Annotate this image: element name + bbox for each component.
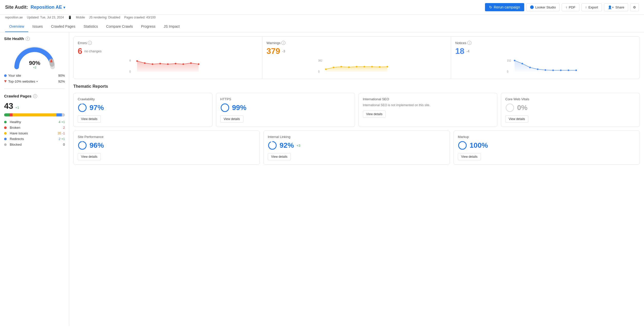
settings-button[interactable]: ⚙ (630, 3, 639, 11)
export-icon: ↑ (585, 5, 587, 9)
crawled-count-row: 43 +1 (4, 101, 65, 111)
pages-progress-bar (4, 113, 65, 116)
chevron-icon[interactable]: ▾ (63, 5, 65, 9)
broken-value: 2 (63, 126, 65, 130)
svg-point-8 (152, 63, 153, 65)
header-left: Site Audit: Reposition AE ▾ (5, 5, 65, 10)
intl-seo-name: International SEO (363, 97, 493, 101)
site-performance-view-btn[interactable]: View details (78, 153, 101, 160)
header-meta: reposition.ae Updated: Tue, Jul 23, 2024… (0, 15, 644, 21)
main-nav: Overview Issues Crawled Pages Statistics… (0, 21, 644, 32)
svg-point-32 (529, 67, 531, 68)
main-content: Errors i 6 no changes 8 0 (69, 32, 644, 326)
errors-change: no changes (84, 49, 102, 53)
notices-info-icon[interactable]: i (467, 41, 471, 45)
domain: reposition.ae (5, 16, 23, 19)
issues-value: 35 -1 (57, 131, 65, 135)
share-button[interactable]: 👤+ Share (604, 3, 628, 11)
svg-text:90%: 90% (29, 60, 40, 66)
header-actions: ↻ Rerun campaign Looker Studio ↑ PDF ↑ E… (485, 3, 639, 11)
warnings-chart: 382 0 (266, 58, 447, 74)
broken-row: Broken 2 (4, 126, 65, 130)
https-circle (220, 103, 230, 112)
svg-point-11 (175, 63, 176, 64)
cwv-circle (505, 103, 514, 112)
notices-change: -4 (467, 49, 470, 53)
svg-point-40 (78, 104, 86, 112)
redirects-dot (4, 138, 7, 140)
svg-point-47 (269, 142, 276, 149)
crawled-count: 43 (4, 101, 13, 111)
healthy-row: Healthy 4 +1 (4, 120, 65, 124)
notices-chart: 152 0 (455, 58, 636, 74)
internal-linking-view-btn[interactable]: View details (268, 153, 291, 160)
top10-chevron[interactable]: ▾ (36, 80, 38, 83)
markup-name: Markup (458, 135, 636, 139)
svg-point-43 (506, 104, 514, 112)
svg-point-12 (183, 63, 184, 65)
crawlability-percent: 97% (90, 104, 104, 112)
export-button[interactable]: ↑ Export (581, 3, 602, 11)
site-health-info-icon[interactable]: i (26, 37, 30, 41)
health-legend: Your site 90% Top-10% websites ▾ 92% (4, 74, 65, 83)
issues-row: Have issues 35 -1 (4, 131, 65, 135)
https-view-btn[interactable]: View details (220, 115, 243, 123)
site-performance-card: Site Performance 96% View details (73, 131, 260, 165)
svg-point-35 (552, 70, 554, 71)
notices-value: 18 (455, 46, 464, 56)
crawled-pages-section: Crawled Pages i 43 +1 Healthy (4, 88, 65, 146)
looker-studio-button[interactable]: Looker Studio (526, 3, 560, 11)
svg-point-7 (144, 62, 146, 64)
errors-card: Errors i 6 no changes 8 0 (74, 37, 262, 79)
svg-point-19 (333, 67, 334, 68)
warnings-change: -3 (282, 49, 285, 53)
intl-seo-view-btn[interactable]: View details (363, 111, 386, 118)
device-label: Mobile (76, 16, 85, 19)
gear-icon: ⚙ (633, 5, 636, 9)
nav-issues[interactable]: Issues (28, 21, 47, 32)
svg-point-38 (576, 70, 577, 71)
svg-point-14 (198, 63, 200, 65)
site-name-link[interactable]: Reposition AE (31, 5, 62, 10)
nav-overview[interactable]: Overview (5, 21, 28, 32)
thematic-row2: Site Performance 96% View details Intern… (73, 131, 640, 165)
crawlability-view-btn[interactable]: View details (78, 115, 101, 123)
svg-text:+2: +2 (33, 66, 36, 69)
crawled-pages-title: Crawled Pages i (4, 94, 65, 98)
markup-value-row: 100% (458, 141, 636, 150)
cwv-view-btn[interactable]: View details (505, 115, 528, 123)
crawled-change: +1 (15, 106, 19, 110)
svg-point-22 (356, 66, 358, 67)
internal-linking-percent: 92% (280, 141, 294, 150)
pdf-button[interactable]: ↑ PDF (562, 3, 579, 11)
pb-redirects (56, 113, 62, 116)
warnings-label: Warnings i (266, 41, 447, 45)
errors-chart: 8 0 (78, 58, 258, 74)
nav-progress[interactable]: Progress (137, 21, 160, 32)
markup-view-btn[interactable]: View details (458, 153, 481, 160)
https-value-row: 99% (220, 103, 351, 112)
js-rendering: JS rendering: Disabled (89, 16, 120, 19)
warnings-card: Warnings i 379 -3 382 0 (262, 37, 451, 79)
rerun-button[interactable]: ↻ Rerun campaign (485, 3, 524, 11)
warnings-info-icon[interactable]: i (281, 41, 285, 45)
thematic-row1: Crawlability 97% View details HTTPS (73, 93, 640, 127)
svg-point-33 (537, 68, 539, 70)
errors-info-icon[interactable]: i (88, 41, 92, 45)
crawlability-circle (78, 103, 87, 112)
site-performance-circle (78, 141, 87, 150)
nav-js-impact[interactable]: JS Impact (160, 21, 184, 32)
your-site-value: 90% (58, 74, 65, 77)
crawled-pages-info-icon[interactable]: i (33, 94, 37, 98)
nav-crawled-pages[interactable]: Crawled Pages (47, 21, 80, 32)
internal-linking-value-row: 92% +3 (268, 141, 445, 150)
svg-point-45 (78, 142, 86, 149)
nav-compare-crawls[interactable]: Compare Crawls (102, 21, 137, 32)
https-card: HTTPS 99% View details (216, 93, 355, 127)
nav-statistics[interactable]: Statistics (80, 21, 102, 32)
your-site-row: Your site 90% (4, 74, 65, 77)
notices-value-row: 18 -4 (455, 46, 636, 56)
rerun-icon: ↻ (489, 5, 492, 9)
blocked-value: 0 (63, 143, 65, 146)
site-health-title: Site Health i (4, 36, 65, 41)
